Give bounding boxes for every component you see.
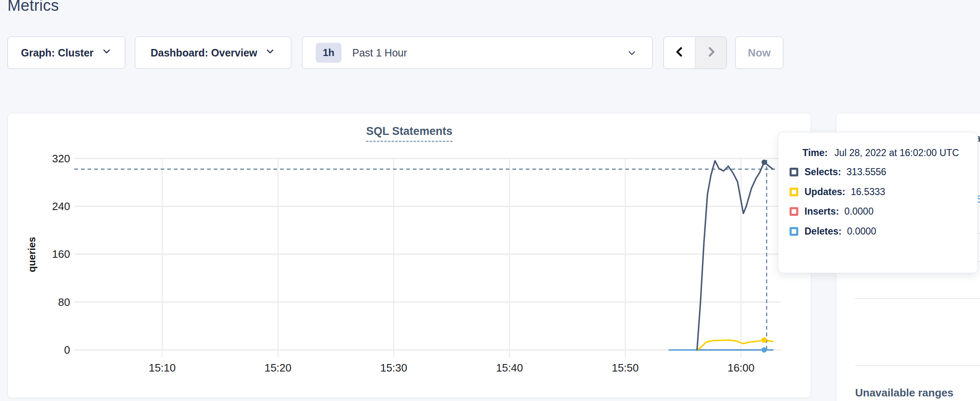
sql-statements-chart[interactable]: 15:1015:2015:3015:4015:5016:000801602403…	[8, 113, 811, 398]
tooltip-row-selects: Selects: 313.5556	[790, 166, 886, 178]
tooltip-row-updates: Updates: 16.5333	[790, 186, 885, 198]
chart-title[interactable]: SQL Statements	[366, 125, 452, 142]
graph-dropdown-label: Graph: Cluster	[21, 47, 93, 59]
chevron-left-icon	[673, 45, 687, 61]
next-time-button[interactable]	[695, 37, 726, 68]
inserts-swatch-icon	[790, 207, 798, 216]
now-button[interactable]: Now	[735, 37, 783, 69]
tooltip-series-label: Deletes:	[804, 226, 841, 237]
sql-statements-card: SQL Statements 15:1015:2015:3015:4015:50…	[7, 113, 811, 398]
tooltip-series-label: Inserts:	[804, 206, 839, 217]
svg-text:240: 240	[52, 200, 70, 213]
tooltip-series-value: 0.0000	[847, 226, 876, 237]
summary-title-unavailable-ranges: Unavailable ranges	[855, 386, 953, 399]
dashboard-dropdown[interactable]: Dashboard: Overview	[135, 37, 291, 69]
chevron-right-icon	[704, 45, 718, 61]
svg-text:15:30: 15:30	[380, 362, 407, 374]
tooltip-series-value: 16.5333	[851, 186, 885, 198]
chevron-down-icon	[101, 46, 112, 59]
svg-text:16:00: 16:00	[727, 362, 754, 374]
divider	[855, 298, 980, 299]
svg-text:15:40: 15:40	[496, 362, 523, 374]
svg-text:15:10: 15:10	[149, 362, 176, 374]
time-step-control	[663, 37, 727, 69]
prev-time-button[interactable]	[664, 37, 695, 68]
tooltip-row-deletes: Deletes: 0.0000	[790, 226, 876, 237]
svg-text:80: 80	[58, 296, 70, 308]
page-title: Metrics	[7, 0, 59, 15]
svg-text:160: 160	[52, 248, 70, 260]
svg-text:0: 0	[64, 344, 70, 356]
svg-text:15:50: 15:50	[612, 362, 639, 374]
chart-hover-tooltip: Time:Jul 28, 2022 at 16:02:00 UTC Select…	[778, 132, 978, 273]
chevron-down-icon	[627, 48, 637, 61]
time-range-picker[interactable]: 1h Past 1 Hour	[302, 37, 653, 69]
dashboard-dropdown-label: Dashboard: Overview	[151, 47, 257, 59]
svg-text:320: 320	[52, 152, 70, 165]
tooltip-time-value: Jul 28, 2022 at 16:02:00 UTC	[834, 147, 959, 158]
tooltip-series-value: 313.5556	[846, 166, 886, 178]
svg-text:15:20: 15:20	[264, 362, 291, 374]
divider	[855, 365, 980, 366]
tooltip-series-label: Updates:	[804, 186, 845, 198]
time-range-badge: 1h	[316, 43, 341, 63]
graph-dropdown[interactable]: Graph: Cluster	[7, 37, 125, 69]
svg-text:queries: queries	[26, 237, 37, 272]
chevron-down-icon	[265, 46, 275, 59]
tooltip-time-row: Time:Jul 28, 2022 at 16:02:00 UTC	[802, 147, 959, 159]
time-range-label: Past 1 Hour	[352, 47, 407, 59]
selects-swatch-icon	[790, 168, 798, 176]
updates-swatch-icon	[790, 188, 798, 196]
tooltip-series-value: 0.0000	[844, 206, 873, 217]
tooltip-row-inserts: Inserts: 0.0000	[790, 206, 873, 217]
deletes-swatch-icon	[790, 227, 798, 236]
tooltip-time-label: Time:	[802, 147, 828, 158]
tooltip-series-label: Selects:	[804, 166, 841, 178]
